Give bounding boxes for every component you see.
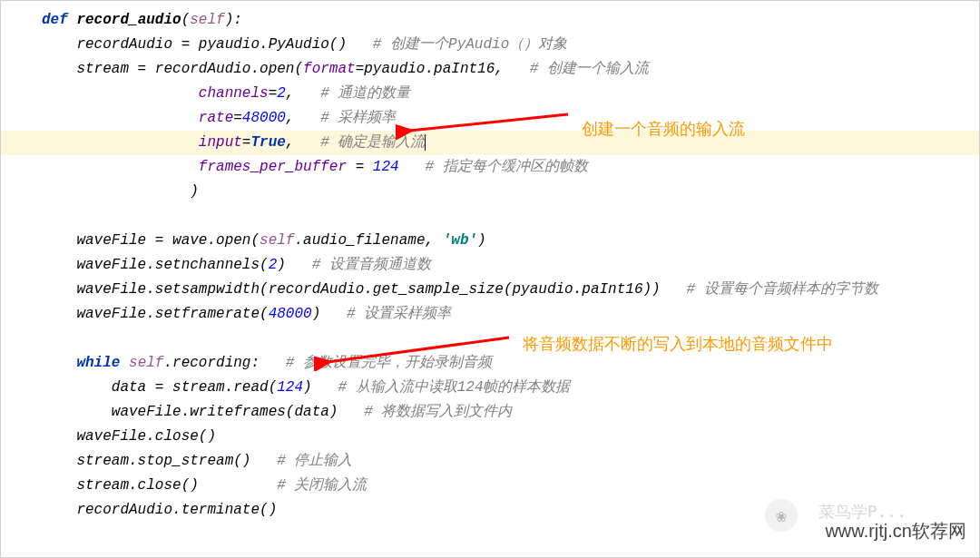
watermark-text: www.rjtj.cn软荐网 xyxy=(825,515,966,546)
svg-line-3 xyxy=(328,338,509,362)
code-block: def record_audio(self): recordAudio = py… xyxy=(1,1,979,523)
annotation-1: 创建一个音频的输入流 xyxy=(582,115,745,143)
arrow-icon xyxy=(396,105,577,142)
annotation-2: 将音频数据不断的写入到本地的音频文件中 xyxy=(523,330,833,358)
arrow-icon xyxy=(314,330,518,371)
svg-line-1 xyxy=(409,114,568,131)
wechat-icon: ❀ xyxy=(765,499,798,532)
